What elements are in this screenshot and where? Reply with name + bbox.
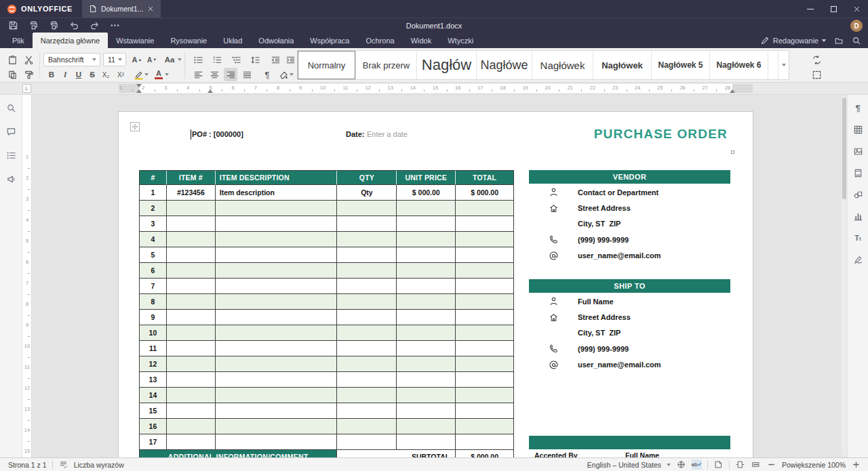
table-cell[interactable]	[397, 232, 456, 247]
ship-to-header[interactable]: SHIP TO	[529, 279, 730, 293]
table-cell[interactable]	[397, 216, 456, 232]
set-language-button[interactable]	[676, 459, 686, 470]
vendor-line[interactable]: City, ST ZIP	[529, 216, 730, 232]
table-cell[interactable]	[337, 263, 397, 279]
table-cell[interactable]	[397, 419, 456, 434]
style-naglowek-3[interactable]: Nagłówek	[532, 51, 593, 79]
table-cell[interactable]	[167, 372, 216, 388]
menu-tab-plik[interactable]: Plik	[4, 33, 33, 48]
po-number-text[interactable]: PO# : [000000]	[192, 130, 243, 138]
table-cell[interactable]	[167, 388, 216, 403]
comments-icon[interactable]	[5, 125, 17, 138]
table-cell[interactable]	[167, 279, 216, 294]
table-cell[interactable]	[216, 232, 338, 247]
table-cell[interactable]	[337, 294, 397, 310]
editing-mode-selector[interactable]: Redagowanie	[760, 36, 826, 45]
table-cell[interactable]	[167, 325, 216, 341]
language-selector[interactable]: English – United States	[587, 461, 661, 469]
table-cell[interactable]: $ 000.00	[397, 185, 456, 201]
style-brak-przerw[interactable]: Brak przerw	[356, 51, 417, 79]
table-cell[interactable]	[167, 356, 216, 372]
table-cell[interactable]	[456, 341, 514, 356]
ship-to-line[interactable]: user_name@email.com	[529, 357, 730, 373]
feedback-icon[interactable]	[5, 173, 17, 185]
customize-toolbar-button[interactable]	[110, 20, 120, 30]
close-button[interactable]	[845, 0, 868, 18]
table-cell[interactable]: 14	[140, 388, 167, 403]
subtotal-value-cell[interactable]: $ 000.00	[456, 450, 514, 457]
undo-button[interactable]	[69, 20, 79, 30]
table-cell[interactable]	[397, 247, 456, 263]
table-cell[interactable]	[167, 263, 216, 279]
open-file-location-button[interactable]	[834, 36, 844, 45]
table-cell[interactable]	[167, 216, 216, 232]
table-cell[interactable]	[167, 232, 216, 247]
header-footer-icon[interactable]	[852, 167, 864, 179]
table-cell[interactable]: $ 000.00	[456, 185, 514, 201]
table-cell[interactable]: #123456	[167, 185, 216, 201]
table-cell[interactable]	[337, 216, 397, 232]
document-tab[interactable]: Dokument1...	[82, 0, 161, 18]
table-cell[interactable]: 12	[140, 356, 167, 372]
bullet-list-button[interactable]	[191, 53, 205, 66]
table-cell[interactable]	[216, 341, 338, 356]
menu-tab-wspolpraca[interactable]: Współpraca	[302, 33, 357, 48]
table-cell[interactable]	[456, 232, 514, 247]
table-cell[interactable]: Qty	[337, 185, 397, 201]
table-cell[interactable]	[167, 294, 216, 310]
menu-tab-ochrona[interactable]: Ochrona	[357, 33, 402, 48]
table-cell[interactable]: 6	[140, 263, 167, 279]
table-cell[interactable]	[216, 294, 338, 310]
save-button[interactable]	[8, 20, 18, 30]
chart-settings-icon[interactable]	[852, 210, 864, 222]
track-changes-button[interactable]	[713, 459, 724, 470]
subscript-button[interactable]: X₂	[99, 68, 113, 81]
italic-button[interactable]: I	[58, 68, 72, 81]
quick-print-button[interactable]	[49, 20, 59, 30]
table-cell[interactable]	[397, 294, 456, 310]
table-cell[interactable]	[337, 247, 397, 263]
table-cell[interactable]: Item description	[216, 185, 338, 201]
table-cell[interactable]	[216, 201, 338, 216]
date-label[interactable]: Date:	[346, 130, 365, 138]
table-cell[interactable]	[397, 388, 456, 403]
increase-font-button[interactable]: A▲	[130, 53, 144, 66]
table-cell[interactable]: 10	[140, 325, 167, 341]
table-cell[interactable]: 9	[140, 310, 167, 325]
table-cell[interactable]	[167, 247, 216, 263]
bold-button[interactable]: B	[45, 68, 58, 81]
scrollbar-thumb[interactable]	[842, 98, 846, 199]
signature-icon[interactable]	[852, 253, 864, 266]
menu-tab-widok[interactable]: Widok	[403, 33, 440, 48]
vendor-line[interactable]: (999) 999-9999	[529, 232, 730, 247]
table-cell[interactable]	[456, 201, 514, 216]
tab-selector-button[interactable]: L	[22, 84, 31, 93]
shape-settings-icon[interactable]	[852, 188, 864, 201]
table-cell[interactable]	[337, 419, 397, 434]
maximize-button[interactable]	[822, 0, 845, 18]
accepted-by-label[interactable]: Accepted By	[534, 451, 578, 457]
style-naglowek-1[interactable]: Nagłów	[417, 51, 477, 79]
table-cell[interactable]	[456, 310, 514, 325]
tab-close-icon[interactable]	[147, 5, 154, 12]
table-cell[interactable]	[216, 356, 338, 372]
table-cell[interactable]	[216, 372, 338, 388]
line-spacing-button[interactable]	[248, 53, 262, 66]
table-cell[interactable]: 3	[140, 216, 167, 232]
table-cell[interactable]	[456, 434, 514, 450]
vendor-line[interactable]: Street Address	[529, 200, 730, 216]
menu-tab-narzedzia-glowne[interactable]: Narzędzia główne	[33, 33, 108, 48]
ship-to-line[interactable]: (999) 999-9999	[529, 341, 730, 356]
select-all-button[interactable]	[810, 68, 823, 81]
paste-button[interactable]	[5, 53, 19, 66]
fit-page-button[interactable]	[735, 459, 745, 470]
zoom-out-button[interactable]	[766, 459, 776, 470]
table-cell[interactable]: 8	[140, 294, 167, 310]
table-cell[interactable]	[337, 232, 397, 247]
vendor-line[interactable]: Contact or Department	[529, 184, 730, 200]
font-color-dropdown[interactable]	[164, 68, 170, 81]
table-cell[interactable]	[456, 294, 514, 310]
hanging-indent-marker[interactable]	[136, 89, 142, 93]
content-control-handle[interactable]	[731, 150, 734, 154]
table-cell[interactable]	[456, 388, 514, 403]
